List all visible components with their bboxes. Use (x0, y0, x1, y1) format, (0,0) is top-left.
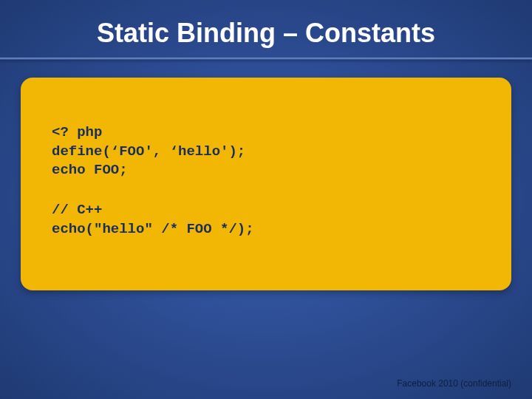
slide-title: Static Binding – Constants (0, 0, 532, 58)
code-card: <? php define(‘FOO', ‘hello'); echo FOO;… (21, 78, 511, 290)
php-code-block: <? php define(‘FOO', ‘hello'); echo FOO; (52, 123, 480, 180)
title-divider (0, 58, 532, 60)
footer-text: Facebook 2010 (confidential) (397, 378, 511, 389)
cpp-code-block: // C++ echo("hello" /* FOO */); (52, 201, 480, 239)
